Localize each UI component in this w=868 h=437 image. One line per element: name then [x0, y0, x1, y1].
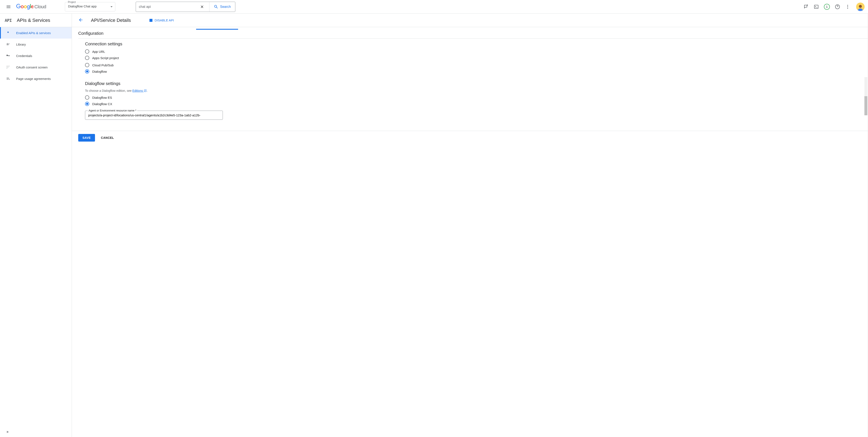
- search-button-label: Search: [220, 5, 231, 9]
- page-header: API/Service Details DISABLE API: [72, 13, 868, 27]
- sidebar-item-label: Credentials: [16, 54, 32, 58]
- cloud-text: Cloud: [34, 4, 46, 9]
- api-badge: API: [5, 18, 12, 23]
- main-content: API/Service Details DISABLE API Configur…: [72, 13, 868, 437]
- footer-actions: SAVE CANCEL: [72, 131, 868, 145]
- feedback-button[interactable]: [804, 4, 809, 9]
- help-post: .: [147, 89, 148, 92]
- radio-dialogflow[interactable]: Dialogflow: [85, 69, 868, 73]
- search-input-wrap: [136, 2, 209, 12]
- consent-icon: [6, 65, 10, 69]
- caret-down-icon: [111, 6, 113, 7]
- main-menu-button[interactable]: [3, 2, 13, 12]
- radio-icon: [85, 56, 89, 60]
- page-title: API/Service Details: [91, 18, 131, 23]
- search-bar: Search: [136, 2, 235, 12]
- cloud-shell-button[interactable]: [814, 4, 819, 9]
- arrow-back-icon: [78, 18, 83, 23]
- collapse-sidebar-button[interactable]: [6, 430, 10, 434]
- radio-label: Apps Script project: [92, 56, 119, 60]
- cancel-button[interactable]: CANCEL: [101, 136, 114, 139]
- svg-point-8: [9, 66, 9, 66]
- sidebar-item-label: Enabled APIs & services: [16, 31, 51, 35]
- usage-icon: [6, 77, 10, 81]
- svg-point-7: [8, 66, 8, 66]
- feedback-icon: [804, 4, 809, 9]
- save-button[interactable]: SAVE: [78, 134, 95, 142]
- project-selector[interactable]: Project Dialogflow Chat app: [65, 2, 115, 11]
- key-icon: [6, 54, 10, 58]
- radio-icon: [85, 95, 89, 100]
- radio-dialogflow-cx[interactable]: Dialogflow CX: [85, 102, 868, 106]
- account-avatar[interactable]: [856, 3, 865, 11]
- more-button[interactable]: [845, 4, 850, 9]
- terminal-icon: [814, 4, 819, 9]
- svg-point-6: [7, 66, 7, 66]
- radio-label: App URL: [92, 50, 105, 54]
- radio-label: Dialogflow CX: [92, 102, 112, 106]
- sidebar-item-oauth[interactable]: OAuth consent screen: [0, 61, 72, 73]
- sidebar-item-page-usage[interactable]: Page usage agreements: [0, 73, 72, 84]
- radio-icon: [85, 102, 89, 106]
- svg-rect-13: [150, 19, 152, 22]
- notifications-button[interactable]: 1: [824, 4, 830, 10]
- resource-name-label: Agent or Environment resource name *: [88, 109, 137, 112]
- sidebar-item-library[interactable]: Library: [0, 38, 72, 50]
- radio-icon: [85, 69, 89, 73]
- google-cloud-logo[interactable]: Cloud: [16, 4, 46, 10]
- content-area: Configuration Connection settings App UR…: [72, 27, 868, 437]
- svg-point-9: [7, 67, 7, 67]
- radio-pubsub[interactable]: Cloud Pub/Sub: [85, 63, 868, 67]
- close-icon: [200, 5, 204, 9]
- editions-link-text: Editions: [132, 89, 143, 92]
- radio-label: Dialogflow: [92, 70, 107, 73]
- sidebar-item-credentials[interactable]: Credentials: [0, 50, 72, 61]
- hamburger-icon: [6, 4, 11, 9]
- scrollbar-thumb[interactable]: [864, 96, 867, 115]
- disable-api-button[interactable]: DISABLE API: [150, 19, 174, 22]
- avatar-icon: [857, 3, 864, 11]
- sidebar-item-label: Library: [16, 42, 26, 46]
- search-button[interactable]: Search: [210, 2, 235, 12]
- external-link-icon: [144, 89, 147, 92]
- disable-api-label: DISABLE API: [155, 19, 174, 22]
- project-label: Project: [67, 1, 76, 4]
- sidebar-item-enabled-apis[interactable]: Enabled APIs & services: [0, 27, 72, 38]
- connection-settings-heading: Connection settings: [85, 41, 868, 46]
- radio-icon: [85, 63, 89, 67]
- svg-point-11: [7, 68, 7, 68]
- radio-dialogflow-es[interactable]: Dialogflow ES: [85, 95, 868, 100]
- project-value: Dialogflow Chat app: [68, 4, 107, 8]
- radio-icon: [85, 50, 89, 54]
- sidebar-title: APIs & Services: [17, 18, 50, 23]
- editions-link[interactable]: Editions: [132, 89, 147, 92]
- library-icon: [6, 42, 10, 46]
- chevron-left-icon: [6, 430, 10, 434]
- svg-point-10: [8, 67, 8, 67]
- search-clear-button[interactable]: [198, 5, 206, 9]
- radio-label: Cloud Pub/Sub: [92, 63, 114, 67]
- dialogflow-settings-heading: Dialogflow settings: [85, 81, 868, 86]
- svg-point-2: [847, 5, 848, 6]
- stop-icon: [150, 19, 152, 22]
- svg-point-4: [847, 8, 848, 9]
- radio-app-url[interactable]: App URL: [85, 50, 868, 54]
- topbar: Cloud Project Dialogflow Chat app Search…: [0, 0, 868, 13]
- search-input[interactable]: [139, 5, 198, 9]
- sidebar-header: API APIs & Services: [0, 13, 72, 27]
- resource-name-input[interactable]: [88, 114, 220, 117]
- notification-count: 1: [826, 5, 828, 8]
- back-button[interactable]: [76, 16, 85, 25]
- help-button[interactable]: [835, 4, 840, 9]
- svg-point-5: [859, 5, 862, 8]
- google-logo-icon: [16, 4, 34, 10]
- configuration-heading: Configuration: [72, 31, 868, 36]
- radio-apps-script[interactable]: Apps Script project: [85, 56, 868, 60]
- topbar-actions: 1: [804, 4, 850, 10]
- sidebar: API APIs & Services Enabled APIs & servi…: [0, 13, 72, 437]
- help-icon: [835, 4, 840, 9]
- more-vert-icon: [845, 4, 850, 9]
- dialogflow-help-text: To choose a Dialogflow edition, see Edit…: [85, 89, 868, 92]
- radio-label: Dialogflow ES: [92, 96, 112, 99]
- sidebar-item-label: Page usage agreements: [16, 77, 51, 81]
